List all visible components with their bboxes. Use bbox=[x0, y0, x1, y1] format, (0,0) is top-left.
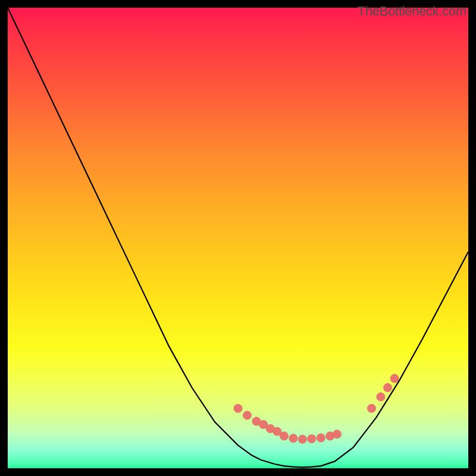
curve-marker bbox=[243, 411, 251, 419]
curve-marker bbox=[298, 435, 306, 443]
curve-marker bbox=[377, 393, 385, 401]
curve-marker bbox=[317, 434, 325, 442]
curve-marker bbox=[234, 404, 242, 412]
curve-marker bbox=[308, 434, 316, 443]
bottleneck-curve-svg bbox=[8, 8, 468, 468]
curve-marker bbox=[333, 430, 341, 439]
curve-marker bbox=[383, 383, 392, 392]
curve-marker bbox=[280, 432, 288, 440]
curve-marker bbox=[289, 434, 298, 442]
curve-marker bbox=[390, 374, 399, 383]
bottleneck-curve-line bbox=[8, 8, 468, 467]
curve-marker bbox=[367, 404, 375, 412]
watermark-text: TheBottleneck.com bbox=[358, 4, 466, 19]
curve-markers-bottom bbox=[280, 430, 341, 444]
curve-markers-left bbox=[234, 404, 281, 436]
chart-plot-area bbox=[8, 8, 468, 468]
